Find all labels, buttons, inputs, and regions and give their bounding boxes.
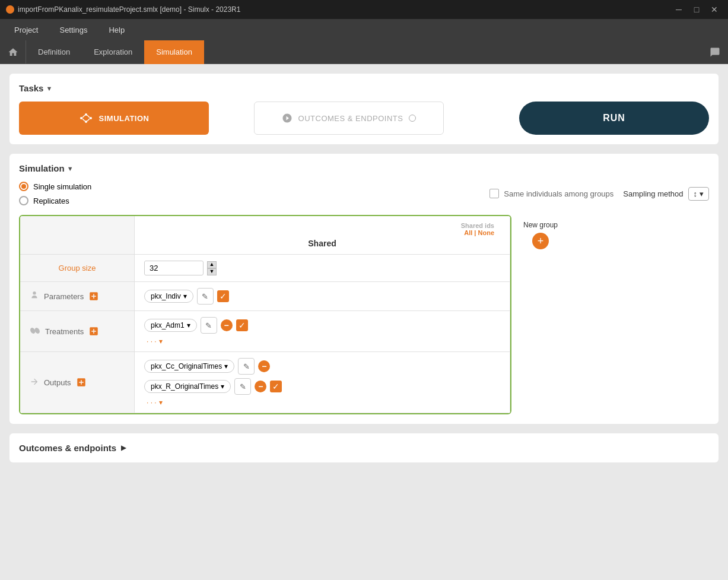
group-size-input[interactable] [144, 261, 204, 275]
treatments-remove-button[interactable]: − [221, 319, 233, 331]
svg-point-3 [85, 121, 87, 123]
window-controls[interactable]: ─ □ ✕ [671, 2, 722, 17]
simulation-title: Simulation ▼ [19, 163, 709, 173]
group-size-label: Group size [30, 264, 125, 272]
maximize-button[interactable]: □ [689, 2, 704, 17]
new-group-section: New group + [523, 215, 558, 249]
none-link[interactable]: None [478, 229, 495, 236]
sampling-method-label: Sampling method [623, 189, 683, 198]
sampling-method-option: Sampling method ↕ ▾ [623, 187, 709, 201]
parameters-add-button[interactable] [88, 291, 99, 302]
treatments-dropdown[interactable]: pkx_Adm1 ▾ [144, 319, 197, 332]
group-size-input-group: ▲ ▼ [144, 261, 500, 275]
app-icon [6, 5, 14, 14]
outputs-edit-button1[interactable]: ✎ [238, 358, 255, 375]
simulation-arrow[interactable]: ▼ [67, 165, 74, 172]
tasks-card: Tasks ▼ SIMULATION OUTCOMES & EN [9, 74, 719, 144]
add-chevron: ▾ [159, 337, 163, 346]
outputs-add-layer-button[interactable]: · · · ▾ [144, 398, 500, 407]
treatments-add-layer-button[interactable]: · · · ▾ [144, 337, 500, 346]
new-group-button[interactable]: + [532, 233, 549, 249]
tab-definition[interactable]: Definition [26, 40, 82, 64]
window-title: importFromPKanalix_resimulateProject.sml… [18, 5, 240, 14]
home-button[interactable] [0, 40, 26, 64]
parameters-cell-content: pkx_Indiv ▾ ✎ ✓ [144, 288, 500, 305]
outcomes-task-button[interactable]: OUTCOMES & ENDPOINTS [254, 102, 444, 135]
tab-simulation[interactable]: Simulation [144, 40, 204, 64]
parameters-dropdown[interactable]: pkx_Indiv ▾ [144, 290, 193, 303]
run-label: RUN [603, 113, 625, 123]
titlebar-left: importFromPKanalix_resimulateProject.sml… [6, 5, 240, 14]
chat-button[interactable] [702, 40, 728, 64]
single-simulation-radio[interactable]: Single simulation [19, 182, 91, 191]
treatments-label-cell: Treatments [20, 311, 135, 352]
treatments-shared-checkbox[interactable]: ✓ [236, 319, 248, 331]
close-button[interactable]: ✕ [707, 2, 722, 17]
simulation-task-button[interactable]: SIMULATION [19, 102, 209, 135]
outputs-add-button[interactable] [76, 377, 87, 388]
outcomes-title: Outcomes & endpoints ▶ [19, 443, 709, 453]
parameters-label: Parameters [44, 292, 84, 301]
parameters-dropdown-label: pkx_Indiv [151, 292, 181, 300]
run-button[interactable]: RUN [519, 102, 709, 135]
treatments-pills-icon [30, 327, 40, 337]
same-individuals-checkbox[interactable] [489, 189, 499, 198]
all-link[interactable]: All [464, 229, 472, 236]
treatments-label: Treatments [45, 327, 84, 336]
menu-project[interactable]: Project [9, 23, 43, 37]
sampling-method-button[interactable]: ↕ ▾ [688, 187, 710, 201]
outcomes-arrow[interactable]: ▶ [121, 444, 126, 452]
outputs-remove-button1[interactable]: − [258, 360, 270, 372]
spin-up-button[interactable]: ▲ [207, 261, 217, 268]
menu-help[interactable]: Help [104, 23, 129, 37]
outputs-remove-button2[interactable]: − [255, 381, 266, 392]
tasks-row: SIMULATION OUTCOMES & ENDPOINTS RUN [19, 102, 709, 135]
outputs-add-dots: · · · [147, 398, 157, 407]
group-size-label-cell: Group size [20, 255, 135, 282]
outputs-shared-checkbox[interactable]: ✓ [270, 381, 282, 392]
outputs-dropdown2-label: pkx_R_OriginalTimes [151, 382, 218, 391]
minimize-button[interactable]: ─ [671, 2, 686, 17]
parameters-row: Parameters pkx_Indiv [20, 282, 510, 311]
treatments-add-button[interactable] [88, 326, 99, 337]
outputs-dropdown2[interactable]: pkx_R_OriginalTimes ▾ [144, 380, 231, 393]
outputs-add-chevron: ▾ [159, 398, 163, 407]
replicates-radio[interactable]: Replicates [19, 196, 91, 205]
same-individuals-label: Same individuals among groups [504, 189, 613, 198]
outputs-value-cell: pkx_Cc_OriginalTimes ▾ ✎ − pkx_R_Ori [135, 352, 510, 413]
simulation-task-label: SIMULATION [99, 114, 150, 123]
treatments-edit-button[interactable]: ✎ [201, 317, 217, 334]
svg-point-8 [33, 291, 36, 294]
svg-point-1 [85, 113, 87, 116]
tab-exploration[interactable]: Exploration [82, 40, 144, 64]
svg-line-6 [82, 119, 85, 121]
tasks-arrow[interactable]: ▼ [46, 85, 52, 92]
outputs-row2-content: pkx_R_OriginalTimes ▾ ✎ − ✓ [144, 378, 500, 395]
outputs-dropdown1[interactable]: pkx_Cc_OriginalTimes ▾ [144, 360, 234, 373]
spin-buttons: ▲ ▼ [207, 261, 217, 275]
parameters-edit-button[interactable]: ✎ [197, 288, 214, 305]
shared-column-header: Shared ids All | None [135, 216, 510, 255]
parameters-row-label: Parameters [30, 290, 125, 303]
spin-down-button[interactable]: ▼ [207, 268, 217, 275]
menu-settings[interactable]: Settings [55, 23, 92, 37]
main-content: Tasks ▼ SIMULATION OUTCOMES & EN [0, 64, 728, 580]
sampling-chevron: ▾ [700, 189, 704, 198]
titlebar: importFromPKanalix_resimulateProject.sml… [0, 0, 728, 19]
parameters-person-icon [30, 290, 39, 303]
treatments-value-cell: pkx_Adm1 ▾ ✎ − ✓ · · · [135, 311, 510, 352]
outputs-icon [30, 377, 39, 388]
outputs-row1-content: pkx_Cc_OriginalTimes ▾ ✎ − [144, 358, 500, 375]
parameters-label-cell: Parameters [20, 282, 135, 311]
outcomes-radio [409, 115, 416, 122]
treatments-cell-content: pkx_Adm1 ▾ ✎ − ✓ [144, 317, 500, 334]
outcomes-title-label: Outcomes & endpoints [19, 443, 116, 453]
tasks-title: Tasks ▼ [19, 83, 709, 93]
outputs-label: Outputs [44, 378, 71, 387]
single-radio-dot [19, 182, 28, 191]
outputs-label-cell: Outputs [20, 352, 135, 413]
parameters-shared-checkbox[interactable]: ✓ [217, 290, 229, 302]
outputs-edit-button2[interactable]: ✎ [234, 378, 251, 395]
simulation-type-group: Single simulation Replicates [19, 182, 91, 205]
single-simulation-label: Single simulation [33, 182, 91, 191]
